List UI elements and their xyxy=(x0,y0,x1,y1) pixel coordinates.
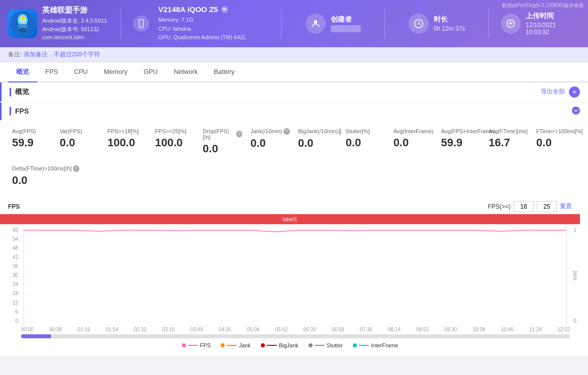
fps-collapse-icon[interactable] xyxy=(572,107,580,115)
overview-collapse-button[interactable] xyxy=(569,86,580,98)
legend-bigjank-dot xyxy=(261,343,265,347)
app-icon xyxy=(8,9,37,38)
stat-avg-fps: Avg(FPS) 59.9 xyxy=(8,126,56,157)
section-indicator xyxy=(10,87,11,97)
svg-point-6 xyxy=(18,28,27,33)
creator-text: 创建者 xyxy=(331,15,361,32)
tab-battery[interactable]: Battery xyxy=(206,63,243,81)
chart-scrollbar[interactable] xyxy=(21,334,570,338)
fps-section-header: FPS xyxy=(0,103,588,120)
drop-fps-info-icon[interactable]: ? xyxy=(236,131,242,137)
tab-gpu[interactable]: GPU xyxy=(136,63,166,81)
fps-25-value: 100.0 xyxy=(155,136,194,149)
legend-jank: Jank xyxy=(221,342,250,348)
fps-title: FPS xyxy=(15,107,29,115)
tab-cpu[interactable]: CPU xyxy=(66,63,95,81)
upload-value: 12/10/2021 10:03:32 xyxy=(526,22,580,36)
overview-title: 概览 xyxy=(15,87,29,97)
jank-value: 0.0 xyxy=(250,137,290,150)
device-info: V2148A iQOO Z5 ✏ Memory: 7.1G CPU: lahai… xyxy=(158,5,269,42)
avg-ftime-value: 16.7 xyxy=(488,136,528,149)
stat-ftime-100: FTime>=100ms[%] 0.0 xyxy=(532,126,580,157)
header-divider-1 xyxy=(121,9,121,39)
duration-value: 0h 12m 37s xyxy=(434,25,465,32)
device-icon xyxy=(133,16,149,32)
avg-fps-interframe-value: 59.9 xyxy=(441,136,480,149)
drop-fps-value: 0.0 xyxy=(203,142,242,155)
device-info-icon[interactable]: ✏ xyxy=(221,6,228,13)
legend-bigjank-line xyxy=(267,345,277,346)
creator-value-placeholder xyxy=(331,25,361,32)
device-cpu: CPU: lahaina xyxy=(158,25,269,34)
duration-icon xyxy=(409,14,429,34)
bigjank-value: 0.0 xyxy=(298,137,338,150)
fps-indicator xyxy=(10,107,11,116)
scrollbar-thumb[interactable] xyxy=(21,334,51,338)
avg-fps-value: 59.9 xyxy=(12,136,52,149)
svg-point-4 xyxy=(21,17,24,20)
avg-interframe-value: 0.0 xyxy=(394,136,433,149)
app-info: 英雄联盟手游 Android版本名: 2.4.0.5011 Android版本号… xyxy=(8,6,109,42)
stat-fps-18: FPS>=18[%] 100.0 xyxy=(104,126,151,157)
fps-stats-grid: Avg(FPS) 59.9 Var(FPS) 0.0 FPS>=18[%] 10… xyxy=(0,120,588,163)
app-text: 英雄联盟手游 Android版本名: 2.4.0.5011 Android版本号… xyxy=(42,6,107,42)
device-gpu: GPU: Qualcomm Adreno (TM) 642L xyxy=(158,33,269,42)
version-badge: 数据由PerfDog(6.0.210836)版本收集 xyxy=(502,2,584,9)
overview-section-header: 概览 导出全部 xyxy=(0,82,588,102)
legend-interframe-line xyxy=(359,345,369,346)
fps-controls: FPS(>=) 重置 xyxy=(488,201,572,212)
device-memory: Memory: 7.1G xyxy=(158,16,269,25)
upload-icon xyxy=(501,14,521,34)
legend-stutter: Stutter xyxy=(309,342,343,348)
jank-info-icon[interactable]: ? xyxy=(283,128,290,135)
tab-memory[interactable]: Memory xyxy=(96,63,136,81)
app-version: Android版本名: 2.4.0.5011 Android版本号: 50113… xyxy=(42,17,107,42)
header-divider-3 xyxy=(384,9,385,39)
header-divider-2 xyxy=(281,9,281,39)
fps-threshold-1-input[interactable] xyxy=(514,201,534,212)
delta-value: 0.0 xyxy=(12,174,576,187)
delta-section: Delta(FTime)>100ms[/h] ? 0.0 xyxy=(0,163,588,193)
chart-header: FPS FPS(>=) 重置 xyxy=(0,199,580,214)
fps-collapse-area xyxy=(572,107,580,116)
header-divider-4 xyxy=(488,9,489,39)
stat-drop-fps: Drop(FPS)[/h] ? 0.0 xyxy=(199,126,246,157)
legend-fps-line xyxy=(188,345,198,346)
legend-interframe: InterFrame xyxy=(353,342,398,348)
stat-jank: Jank(/10min) ? 0.0 xyxy=(246,126,294,157)
avg-fps-label: Avg(FPS) xyxy=(12,128,36,134)
reset-button[interactable]: 重置 xyxy=(560,202,572,211)
delta-label-text: Delta(FTime)>100ms[/h] xyxy=(12,165,72,171)
device-stat: V2148A iQOO Z5 ✏ Memory: 7.1G CPU: lahai… xyxy=(133,5,269,42)
export-all-button[interactable]: 导出全部 xyxy=(541,87,565,96)
upload-label: 上传时间 xyxy=(526,12,580,21)
creator-stat: 创建者 xyxy=(293,14,372,34)
var-fps-value: 0.0 xyxy=(60,136,100,149)
fps-chart-container: FPS FPS(>=) 重置 label1 60 54 xyxy=(0,195,588,356)
upload-text: 上传时间 12/10/2021 10:03:32 xyxy=(526,12,580,36)
notes-link[interactable]: 添加备注，不超过200个字符 xyxy=(24,51,100,58)
upload-stat: 上传时间 12/10/2021 10:03:32 xyxy=(501,12,580,36)
bigjank-info-icon[interactable]: ? xyxy=(339,128,341,135)
tabs-bar: 概览 FPS CPU Memory GPU Network Battery xyxy=(0,62,588,82)
stat-avg-ftime: Avg(FTime)[ms] 16.7 xyxy=(484,126,532,157)
legend-bigjank: BigJank xyxy=(261,342,299,348)
duration-text: 时长 0h 12m 37s xyxy=(434,15,465,32)
legend-jank-dot xyxy=(221,343,225,347)
fps-threshold-2-input[interactable] xyxy=(537,201,557,212)
chart-area: 60 54 48 42 36 30 24 18 12 6 0 xyxy=(0,225,580,326)
legend-interframe-dot xyxy=(353,343,357,347)
duration-label: 时长 xyxy=(434,15,465,24)
stat-stutter: Stutter[%] 0.0 xyxy=(342,126,389,157)
legend-jank-line xyxy=(227,345,237,346)
tab-overview[interactable]: 概览 xyxy=(8,62,37,82)
delta-info-icon[interactable]: ? xyxy=(73,165,79,172)
fps-section: FPS Avg(FPS) 59.9 Var( xyxy=(0,103,588,356)
chart-svg-container xyxy=(20,225,570,326)
tab-fps[interactable]: FPS xyxy=(37,63,66,81)
app-name: 英雄联盟手游 xyxy=(42,6,107,15)
legend-fps: FPS xyxy=(182,342,211,348)
chart-label: FPS xyxy=(8,203,20,210)
fps-18-value: 100.0 xyxy=(108,136,147,149)
tab-network[interactable]: Network xyxy=(166,63,206,81)
